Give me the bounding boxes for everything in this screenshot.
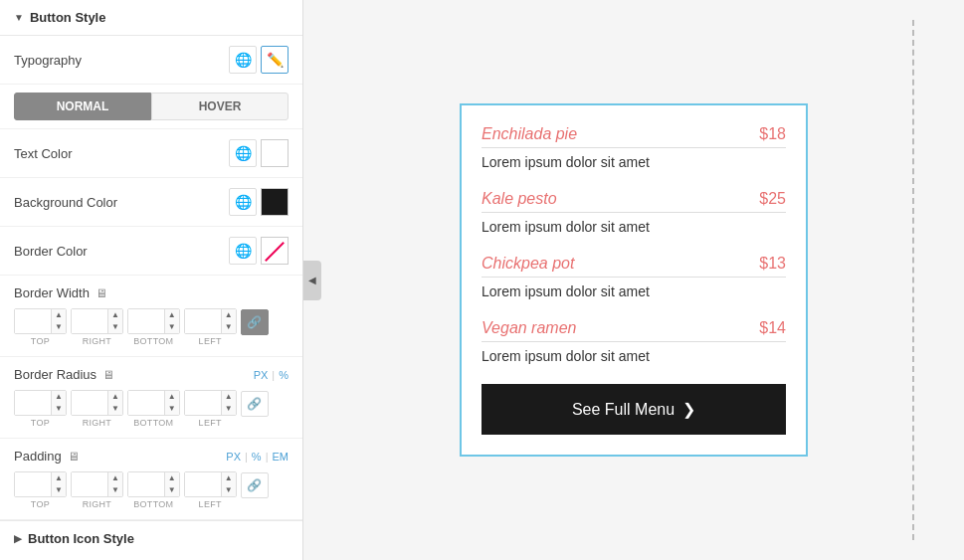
border-width-link-icon[interactable]: 🔗 — [241, 309, 269, 335]
padding-left-group: 40 ▲ ▼ LEFT — [184, 471, 237, 509]
border-width-top-arrows[interactable]: ▲ ▼ — [51, 309, 66, 333]
border-width-left-down[interactable]: ▼ — [222, 321, 236, 333]
border-radius-bottom-down[interactable]: ▼ — [165, 403, 179, 415]
padding-top-field[interactable]: 14 — [15, 472, 51, 496]
border-width-bottom-down[interactable]: ▼ — [165, 321, 179, 333]
border-width-top-group: ▲ ▼ TOP — [14, 308, 67, 346]
padding-link-icon[interactable]: 🔗 — [241, 472, 269, 498]
typography-row: Typography 🌐 ✏️ — [0, 36, 302, 85]
menu-item-1-price: $25 — [759, 190, 786, 208]
border-radius-left-up[interactable]: ▲ — [222, 391, 236, 403]
border-width-right-field[interactable] — [72, 309, 107, 333]
panel-body: Typography 🌐 ✏️ NORMAL HOVER Text Color … — [0, 36, 302, 556]
padding-px-btn[interactable]: PX — [226, 451, 241, 463]
border-radius-top-up[interactable]: ▲ — [52, 391, 66, 403]
border-radius-left-arrows[interactable]: ▲ ▼ — [221, 391, 236, 415]
padding-top-arrows[interactable]: ▲ ▼ — [51, 472, 66, 496]
border-width-left-up[interactable]: ▲ — [222, 309, 236, 321]
border-width-bottom-field[interactable] — [128, 309, 164, 333]
menu-card: Enchilada pie $18 Lorem ipsum dolor sit … — [460, 103, 808, 457]
padding-bottom-down[interactable]: ▼ — [165, 484, 179, 496]
padding-bottom-arrows[interactable]: ▲ ▼ — [164, 472, 179, 496]
border-radius-top-field[interactable]: 0 — [15, 391, 51, 415]
menu-item-3-header: Vegan ramen $14 — [482, 319, 786, 342]
border-radius-top-arrows[interactable]: ▲ ▼ — [51, 391, 66, 415]
menu-item-0: Enchilada pie $18 Lorem ipsum dolor sit … — [482, 125, 786, 170]
padding-right-arrows[interactable]: ▲ ▼ — [107, 472, 122, 496]
border-width-right-down[interactable]: ▼ — [108, 321, 122, 333]
section-title: Button Style — [30, 10, 106, 25]
padding-monitor-icon: 🖥 — [68, 450, 80, 464]
border-color-swatch[interactable] — [261, 237, 289, 265]
border-width-bottom-arrows[interactable]: ▲ ▼ — [164, 309, 179, 333]
border-width-right-arrows[interactable]: ▲ ▼ — [107, 309, 122, 333]
border-radius-bottom-up[interactable]: ▲ — [165, 391, 179, 403]
border-width-right-up[interactable]: ▲ — [108, 309, 122, 321]
padding-bottom-field[interactable]: 14 — [128, 472, 164, 496]
padding-label-row: Padding 🖥 PX | % | EM — [14, 449, 289, 464]
padding-left-up[interactable]: ▲ — [222, 472, 236, 484]
collapse-handle[interactable]: ◀ — [303, 261, 321, 300]
border-radius-pct-btn[interactable]: % — [279, 369, 289, 381]
border-color-row: Border Color 🌐 — [0, 227, 302, 276]
border-width-right-label: RIGHT — [83, 336, 112, 346]
padding-top-up[interactable]: ▲ — [52, 472, 66, 484]
border-radius-monitor-icon: 🖥 — [102, 368, 114, 382]
bg-color-global-icon[interactable]: 🌐 — [229, 188, 257, 216]
see-full-menu-button[interactable]: See Full Menu ❯ — [482, 384, 786, 435]
padding-spinners: 14 ▲ ▼ TOP 40 ▲ ▼ — [14, 471, 289, 509]
menu-item-0-name: Enchilada pie — [482, 125, 577, 143]
typography-edit-icon[interactable]: ✏️ — [261, 46, 289, 74]
padding-right-down[interactable]: ▼ — [108, 484, 122, 496]
border-width-bottom-group: ▲ ▼ BOTTOM — [127, 308, 180, 346]
border-color-label: Border Color — [14, 244, 88, 259]
padding-top-group: 14 ▲ ▼ TOP — [14, 471, 67, 509]
padding-top-down[interactable]: ▼ — [52, 484, 66, 496]
border-color-global-icon[interactable]: 🌐 — [229, 237, 257, 265]
border-radius-right-field[interactable]: 0 — [72, 391, 107, 415]
tab-hover[interactable]: HOVER — [151, 93, 289, 120]
border-width-left-arrows[interactable]: ▲ ▼ — [221, 309, 236, 333]
state-tabs-row: NORMAL HOVER — [0, 85, 302, 129]
border-width-left-input: ▲ ▼ — [184, 308, 237, 334]
padding-left-field[interactable]: 40 — [185, 472, 221, 496]
padding-pct-btn[interactable]: % — [252, 451, 262, 463]
border-width-section: Border Width 🖥 ▲ ▼ TOP — [0, 276, 302, 357]
border-width-top-field[interactable] — [15, 309, 51, 333]
padding-right-field[interactable]: 40 — [72, 472, 107, 496]
text-color-global-icon[interactable]: 🌐 — [229, 139, 257, 167]
text-color-swatch[interactable] — [261, 139, 289, 167]
border-radius-left-input: 0 ▲ ▼ — [184, 390, 237, 416]
padding-left-arrows[interactable]: ▲ ▼ — [221, 472, 236, 496]
border-color-controls: 🌐 — [229, 237, 289, 265]
border-radius-top-down[interactable]: ▼ — [52, 403, 66, 415]
border-radius-link-icon[interactable]: 🔗 — [241, 391, 269, 417]
border-radius-right-arrows[interactable]: ▲ ▼ — [107, 391, 122, 415]
padding-bottom-up[interactable]: ▲ — [165, 472, 179, 484]
see-full-menu-arrow: ❯ — [682, 400, 695, 419]
border-radius-left-down[interactable]: ▼ — [222, 403, 236, 415]
button-icon-style-section[interactable]: ▶ Button Icon Style — [0, 520, 302, 556]
border-width-bottom-up[interactable]: ▲ — [165, 309, 179, 321]
border-width-top-up[interactable]: ▲ — [52, 309, 66, 321]
border-radius-px-btn[interactable]: PX — [254, 369, 269, 381]
padding-top-input: 14 ▲ ▼ — [14, 471, 67, 497]
border-radius-left-field[interactable]: 0 — [185, 391, 221, 415]
tab-normal[interactable]: NORMAL — [14, 93, 151, 120]
border-width-right-input: ▲ ▼ — [71, 308, 123, 334]
border-width-left-field[interactable] — [185, 309, 221, 333]
padding-left-down[interactable]: ▼ — [222, 484, 236, 496]
bg-color-controls: 🌐 — [229, 188, 289, 216]
typography-global-icon[interactable]: 🌐 — [229, 46, 257, 74]
padding-em-btn[interactable]: EM — [273, 451, 289, 463]
border-radius-bottom-arrows[interactable]: ▲ ▼ — [164, 391, 179, 415]
padding-right-group: 40 ▲ ▼ RIGHT — [71, 471, 123, 509]
border-radius-right-up[interactable]: ▲ — [108, 391, 122, 403]
padding-right-up[interactable]: ▲ — [108, 472, 122, 484]
border-radius-right-down[interactable]: ▼ — [108, 403, 122, 415]
border-radius-bottom-field[interactable]: 0 — [128, 391, 164, 415]
border-width-top-down[interactable]: ▼ — [52, 321, 66, 333]
border-width-bottom-label: BOTTOM — [133, 336, 173, 346]
border-radius-left-group: 0 ▲ ▼ LEFT — [184, 390, 237, 428]
bg-color-swatch[interactable] — [261, 188, 289, 216]
